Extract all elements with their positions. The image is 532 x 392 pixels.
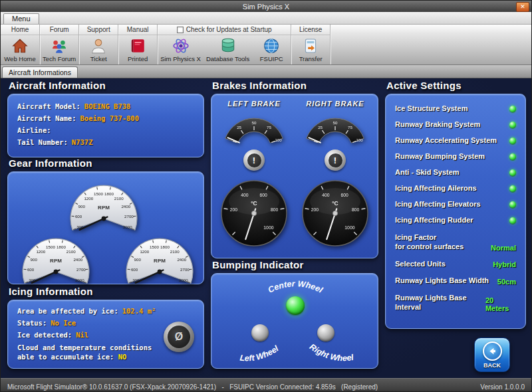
web-home-button[interactable]: Web Home [1,35,39,64]
svg-text:2100: 2100 [170,249,180,254]
svg-text:1800: 1800 [160,245,170,249]
svg-text:800: 800 [352,207,360,212]
center-wheel-label: Center Wheel [267,279,325,295]
brakes-information-panel: LEFT BRAKE 255075100 ! 2004006008001000°… [211,94,378,258]
field-label: Cloud and temperature conditions able to… [17,343,152,361]
setting-label: Icing Factorfor control surfaces [395,233,464,252]
toolbar-spacer [331,25,531,64]
svg-text:3000: 3000 [179,278,188,282]
database-icon [219,37,237,54]
setting-row: Runway Braking System [395,120,516,130]
svg-text:RPM: RPM [154,258,166,264]
ticket-button[interactable]: Ticket [79,35,118,64]
green-led-icon [509,201,516,208]
back-button[interactable]: BACK [474,338,510,372]
icing-information-panel: Area be affected by ice: 102.4 m² Status… [7,300,204,369]
svg-text:Right Wheel: Right Wheel [308,342,354,363]
svg-text:25: 25 [237,125,241,130]
green-led-icon [509,169,516,176]
button-caption: Database Tools [206,55,249,62]
field-value: Boeing 737-800 [80,114,140,122]
ice-indicator: Ø [164,322,194,352]
svg-text:1800: 1800 [57,245,66,249]
bumping-indicator-section: Bumping Indicator Center Wheel Left Whee… [211,259,378,369]
aircraft-name-row: Aircraft Name: Boeing 737-800 [17,114,194,122]
svg-text:2100: 2100 [66,249,76,254]
menu-tab[interactable]: Menu [3,13,39,24]
nose-gear-rpm-gauge: 3006009001200150018002100240027003000RPM [65,176,142,231]
toolbar-group-license: License Transfer [291,25,331,64]
setting-label: Runway Accelerating System [395,136,497,146]
setting-value-row: Icing Factorfor control surfaces Normal [395,233,516,252]
active-settings-panel: Ice Structure System Runway Braking Syst… [385,94,526,329]
brakes-information-section: Brakes Information LEFT BRAKE 255075100 … [211,80,378,258]
version-text: Version 1.0.0.0 [480,383,525,391]
svg-text:RPM: RPM [98,205,110,211]
svg-text:1000: 1000 [344,225,354,230]
svg-text:1200: 1200 [84,196,93,201]
svg-text:°C: °C [251,200,257,207]
sim-physics-x-button[interactable]: Sim Physics X [158,35,203,64]
status-text: Microsoft Flight Simulator® 10.0.61637.0… [7,383,480,391]
button-caption: Web Home [4,55,35,62]
warning-symbol: ! [329,153,342,167]
right-brake-temperature-gauge: 2004006008001000°C [301,179,370,248]
setting-value: 20 Meters [485,296,516,312]
svg-text:900: 900 [78,204,86,209]
ice-area-row: Area be affected by ice: 102.4 m² [17,307,194,315]
right-brake-label: RIGHT BRAKE [306,100,364,108]
right-brake-pressure-gauge: 255075100 [301,112,370,144]
svg-text:2400: 2400 [121,204,130,209]
toolbar-group-manual: Manual Printed [118,25,158,64]
field-label: Aircraft Model: [17,102,80,110]
printed-manual-button[interactable]: Printed [118,35,157,64]
setting-row: Icing Affecting Ailerons [395,183,516,193]
tab-aircraft-informations[interactable]: Aircraft Informations [2,66,78,78]
svg-text:2700: 2700 [124,214,134,219]
svg-text:1500: 1500 [150,245,159,249]
button-caption: Ticket [90,55,107,62]
green-led-icon [509,185,516,192]
setting-value-row: Selected Units Hybrid [395,260,516,269]
button-caption: Transfer [299,55,323,62]
setting-row: Anti - Skid System [395,167,516,177]
tech-forum-button[interactable]: Tech Forum [40,35,78,64]
window-title: Sim Physics X [243,3,289,11]
app-window: Sim Physics X ✕ Menu Home Web Home Forum [0,0,532,392]
fsuipc-button[interactable]: FSUIPC [252,35,291,64]
home-icon [11,37,29,54]
warning-symbol: ! [247,153,261,167]
people-icon [51,37,68,54]
updates-checkbox[interactable] [177,27,184,33]
svg-text:2400: 2400 [177,257,186,262]
setting-value: 50cm [497,278,516,286]
setting-row: Icing Affecting Elevators [395,199,516,209]
airline-row: Airline: [17,126,194,134]
brakes-information-title: Brakes Information [212,80,378,91]
toolbar-group-forum: Forum Tech Forum [40,25,79,64]
left-brake-pressure-gauge: 255075100 [219,112,289,144]
setting-label: Runway Braking System [395,120,480,130]
setting-label: Icing Affecting Elevators [395,200,481,209]
active-settings-title: Active Settings [386,80,526,91]
toolbar-group-label-license: License [291,25,330,35]
field-value: NO [118,353,127,361]
green-led-icon [509,106,516,112]
aircraft-information-section: Aircraft Information Aircraft Model: BOE… [7,80,204,157]
field-label: Aircraft Name: [17,114,76,122]
toolbar-group-label-manual: Manual [118,25,157,35]
svg-text:50: 50 [333,120,338,125]
svg-text:1500: 1500 [46,245,55,249]
close-button[interactable]: ✕ [516,2,529,12]
database-tools-button[interactable]: Database Tools [203,35,252,64]
gear-information-section: Gear Information 30060090012001500180021… [7,157,204,284]
button-caption: Tech Forum [43,55,76,62]
transfer-button[interactable]: Transfer [291,35,330,64]
svg-text:200: 200 [311,207,319,212]
setting-label: Icing Affecting Rudder [395,216,473,225]
setting-row: Runway Bumping System [395,151,516,161]
svg-text:75: 75 [267,125,271,130]
transfer-document-icon [302,37,319,54]
left-brake-warning-indicator: ! [243,149,265,171]
titlebar: Sim Physics X ✕ [1,1,531,12]
